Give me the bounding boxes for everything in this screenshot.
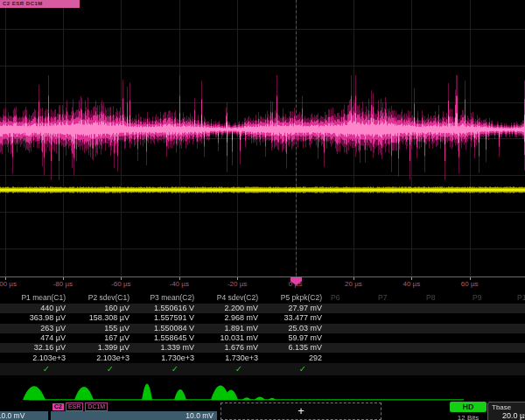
measurement-value: 1.550616 V [132, 304, 194, 313]
c2-label-badge: C2 [52, 403, 64, 410]
measurement-value: 292 [260, 354, 322, 363]
status-check-icon: ✓ [164, 363, 186, 374]
measurement-value: 27.97 mV [260, 304, 322, 313]
channel-c1-descriptor[interactable]: DC1M 10.0 mV [0, 402, 48, 420]
measurement-row: 363.98 µV158.308 µV1.557591 V2.968 mV33.… [0, 313, 525, 323]
waveform-grid[interactable]: C2 ESR DC1M [0, 0, 525, 277]
measurement-value: 10.031 mV [196, 333, 258, 343]
measurement-value: 32.16 µV [4, 343, 66, 353]
measurement-value: 2.200 mV [196, 304, 258, 313]
measurement-value: 158.308 µV [67, 313, 130, 323]
status-check-icon: ✓ [36, 363, 57, 374]
param-header-inactive[interactable]: P6 [331, 293, 340, 303]
measurement-value: 1.550084 V [132, 324, 194, 333]
measurement-value: 33.477 mV [260, 313, 322, 323]
param-header[interactable]: P5 pkpk(C2) [260, 293, 322, 303]
measurement-value: 1.339 mV [132, 343, 194, 353]
oscilloscope-screen: C2 ESR DC1M -100 µs-80 µs-60 µs-40 µs-20… [0, 0, 525, 420]
c2-coupling-badge: DC1M [85, 402, 108, 411]
c2-scale-value: 10.0 mV [51, 411, 217, 420]
axis-tick-label: 20 µs [345, 280, 362, 288]
measurement-row: 32.16 µV1.399 µV1.339 mV1.676 mV6.135 mV [0, 343, 525, 353]
measurement-row: 2.103e+32.103e+31.730e+31.730e+3292 [0, 354, 525, 363]
measurement-row: 263 µV155 µV1.550084 V1.891 mV25.03 mV [0, 324, 525, 333]
status-check-icon: ✓ [292, 363, 313, 374]
waveform-canvas[interactable] [0, 0, 525, 277]
measurement-value: 474 µV [4, 333, 66, 343]
measurement-value: 1.558645 V [132, 333, 194, 343]
measurement-table[interactable]: P1 mean(C1)P2 sdev(C1)P3 mean(C2)P4 sdev… [0, 292, 525, 375]
param-header-inactive[interactable]: P10 [517, 293, 525, 303]
param-header-inactive[interactable]: P9 [472, 293, 481, 303]
time-axis: -100 µs-80 µs-60 µs-40 µs-20 µs0 µs20 µs… [0, 277, 525, 292]
channel-c2-descriptor[interactable]: C2 ESR DC1M 10.0 mV [51, 402, 217, 420]
measurement-value: 2.103e+3 [4, 354, 66, 363]
measurement-value: 2.103e+3 [67, 354, 130, 363]
add-trace-button[interactable]: + [220, 402, 382, 420]
measurement-value: 167 µV [67, 333, 130, 343]
measurement-value: 1.891 mV [196, 324, 258, 333]
measurement-value: 59.97 mV [260, 333, 322, 343]
measurement-value: 6.135 mV [260, 343, 322, 353]
grid-trace-badge: C2 ESR DC1M [0, 0, 80, 8]
measurement-row: 440 µV160 µV1.550616 V2.200 mV27.97 mV [0, 304, 525, 313]
param-header-inactive[interactable]: P8 [426, 293, 435, 303]
hd-mode-badge[interactable]: HD [450, 402, 486, 412]
axis-tick-label: 60 µs [461, 280, 479, 288]
axis-tick-label: -20 µs [228, 280, 247, 288]
measurement-value: 1.730e+3 [196, 354, 258, 363]
measurement-value: 155 µV [67, 324, 130, 333]
parameter-histicons [0, 375, 525, 402]
measurement-value: 263 µV [4, 324, 66, 333]
status-row: ✓✓✓✓✓ [0, 363, 525, 375]
param-header[interactable]: P2 sdev(C1) [67, 293, 130, 303]
param-header-inactive[interactable]: P7 [378, 293, 387, 303]
status-check-icon: ✓ [228, 363, 249, 374]
axis-tick-label: -60 µs [111, 280, 130, 288]
measurement-value: 25.03 mV [260, 324, 322, 333]
hd-bits-label: 12 Bits [450, 414, 486, 420]
timebase-value: 20.0 µs [488, 411, 525, 420]
measurement-value: 1.557591 V [132, 313, 194, 323]
timebase-label: Tbase [488, 402, 525, 411]
param-header[interactable]: P1 mean(C1) [4, 293, 66, 303]
axis-tick-label: -80 µs [53, 280, 73, 288]
measurement-value: 1.399 µV [67, 343, 130, 353]
param-header[interactable]: P4 sdev(C2) [196, 293, 258, 303]
axis-tick-label: 40 µs [402, 280, 420, 288]
measurement-value: 160 µV [67, 304, 130, 313]
measurement-row: 474 µV167 µV1.558645 V10.031 mV59.97 mV [0, 333, 525, 343]
descriptor-bar: DC1M 10.0 mV C2 ESR DC1M 10.0 mV + HD 12… [0, 402, 525, 420]
measurement-value: 363.98 µV [4, 313, 66, 323]
c2-esr-badge: ESR [66, 402, 83, 411]
measurement-value: 1.676 mV [196, 343, 258, 353]
axis-tick-label: -40 µs [169, 280, 188, 288]
measurement-value: 1.730e+3 [132, 354, 194, 363]
histicon-peaks [23, 383, 276, 400]
status-check-icon: ✓ [100, 363, 121, 374]
axis-tick-label: -100 µs [0, 280, 17, 288]
param-header[interactable]: P3 mean(C2) [132, 293, 194, 303]
c1-scale-value: 10.0 mV [0, 411, 48, 420]
measurement-value: 440 µV [4, 304, 66, 313]
measurement-value: 2.968 mV [196, 313, 258, 323]
timebase-descriptor[interactable]: Tbase 20.0 µs [487, 402, 525, 420]
